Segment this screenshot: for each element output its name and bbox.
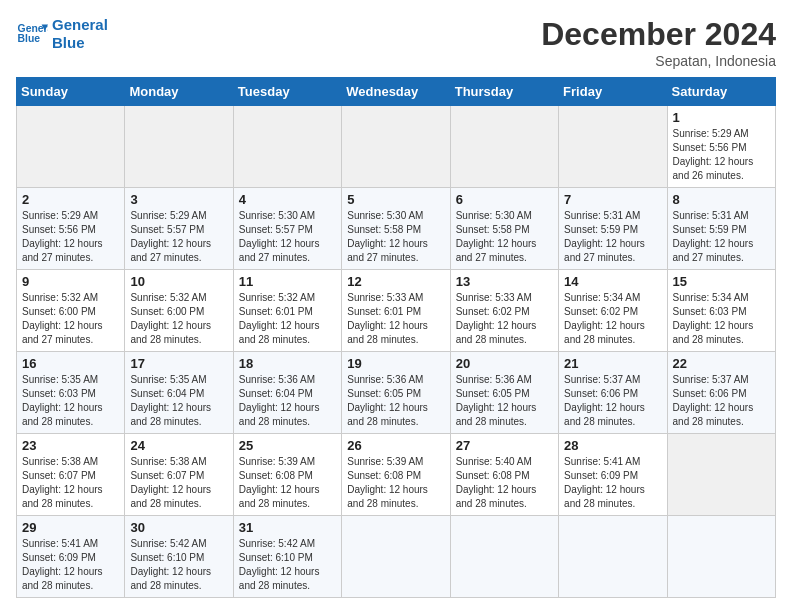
calendar-day-15: 15Sunrise: 5:34 AMSunset: 6:03 PMDayligh… [667, 270, 775, 352]
day-header-tuesday: Tuesday [233, 78, 341, 106]
calendar-day-30: 30Sunrise: 5:42 AMSunset: 6:10 PMDayligh… [125, 516, 233, 598]
calendar-day-19: 19Sunrise: 5:36 AMSunset: 6:05 PMDayligh… [342, 352, 450, 434]
empty-cell [667, 434, 775, 516]
calendar-table: SundayMondayTuesdayWednesdayThursdayFrid… [16, 77, 776, 598]
day-header-friday: Friday [559, 78, 667, 106]
calendar-day-26: 26Sunrise: 5:39 AMSunset: 6:08 PMDayligh… [342, 434, 450, 516]
location-subtitle: Sepatan, Indonesia [541, 53, 776, 69]
calendar-day-13: 13Sunrise: 5:33 AMSunset: 6:02 PMDayligh… [450, 270, 558, 352]
logo-icon: General Blue [16, 18, 48, 50]
calendar-day-9: 9Sunrise: 5:32 AMSunset: 6:00 PMDaylight… [17, 270, 125, 352]
empty-cell [17, 106, 125, 188]
calendar-week-5: 23Sunrise: 5:38 AMSunset: 6:07 PMDayligh… [17, 434, 776, 516]
calendar-day-14: 14Sunrise: 5:34 AMSunset: 6:02 PMDayligh… [559, 270, 667, 352]
calendar-day-27: 27Sunrise: 5:40 AMSunset: 6:08 PMDayligh… [450, 434, 558, 516]
calendar-day-11: 11Sunrise: 5:32 AMSunset: 6:01 PMDayligh… [233, 270, 341, 352]
calendar-week-6: 29Sunrise: 5:41 AMSunset: 6:09 PMDayligh… [17, 516, 776, 598]
calendar-day-18: 18Sunrise: 5:36 AMSunset: 6:04 PMDayligh… [233, 352, 341, 434]
empty-cell [342, 106, 450, 188]
empty-cell [125, 106, 233, 188]
calendar-day-5: 5Sunrise: 5:30 AMSunset: 5:58 PMDaylight… [342, 188, 450, 270]
calendar-day-16: 16Sunrise: 5:35 AMSunset: 6:03 PMDayligh… [17, 352, 125, 434]
calendar-day-8: 8Sunrise: 5:31 AMSunset: 5:59 PMDaylight… [667, 188, 775, 270]
calendar-week-4: 16Sunrise: 5:35 AMSunset: 6:03 PMDayligh… [17, 352, 776, 434]
calendar-day-23: 23Sunrise: 5:38 AMSunset: 6:07 PMDayligh… [17, 434, 125, 516]
day-header-sunday: Sunday [17, 78, 125, 106]
month-title: December 2024 [541, 16, 776, 53]
empty-cell [559, 106, 667, 188]
page-header: General Blue General Blue December 2024 … [16, 16, 776, 69]
calendar-week-3: 9Sunrise: 5:32 AMSunset: 6:00 PMDaylight… [17, 270, 776, 352]
calendar-day-6: 6Sunrise: 5:30 AMSunset: 5:58 PMDaylight… [450, 188, 558, 270]
calendar-day-12: 12Sunrise: 5:33 AMSunset: 6:01 PMDayligh… [342, 270, 450, 352]
day-header-thursday: Thursday [450, 78, 558, 106]
calendar-day-7: 7Sunrise: 5:31 AMSunset: 5:59 PMDaylight… [559, 188, 667, 270]
calendar-day-22: 22Sunrise: 5:37 AMSunset: 6:06 PMDayligh… [667, 352, 775, 434]
calendar-day-28: 28Sunrise: 5:41 AMSunset: 6:09 PMDayligh… [559, 434, 667, 516]
calendar-day-2: 2Sunrise: 5:29 AMSunset: 5:56 PMDaylight… [17, 188, 125, 270]
header-row: SundayMondayTuesdayWednesdayThursdayFrid… [17, 78, 776, 106]
calendar-day-25: 25Sunrise: 5:39 AMSunset: 6:08 PMDayligh… [233, 434, 341, 516]
calendar-day-17: 17Sunrise: 5:35 AMSunset: 6:04 PMDayligh… [125, 352, 233, 434]
empty-cell [233, 106, 341, 188]
empty-cell [342, 516, 450, 598]
calendar-week-2: 2Sunrise: 5:29 AMSunset: 5:56 PMDaylight… [17, 188, 776, 270]
calendar-day-10: 10Sunrise: 5:32 AMSunset: 6:00 PMDayligh… [125, 270, 233, 352]
svg-text:Blue: Blue [18, 33, 41, 44]
calendar-day-4: 4Sunrise: 5:30 AMSunset: 5:57 PMDaylight… [233, 188, 341, 270]
calendar-day-21: 21Sunrise: 5:37 AMSunset: 6:06 PMDayligh… [559, 352, 667, 434]
day-header-saturday: Saturday [667, 78, 775, 106]
day-header-wednesday: Wednesday [342, 78, 450, 106]
title-block: December 2024 Sepatan, Indonesia [541, 16, 776, 69]
calendar-day-1: 1Sunrise: 5:29 AMSunset: 5:56 PMDaylight… [667, 106, 775, 188]
logo-line1: General [52, 16, 108, 34]
empty-cell [559, 516, 667, 598]
calendar-day-20: 20Sunrise: 5:36 AMSunset: 6:05 PMDayligh… [450, 352, 558, 434]
logo: General Blue General Blue [16, 16, 108, 52]
empty-cell [450, 516, 558, 598]
empty-cell [667, 516, 775, 598]
calendar-day-31: 31Sunrise: 5:42 AMSunset: 6:10 PMDayligh… [233, 516, 341, 598]
calendar-day-3: 3Sunrise: 5:29 AMSunset: 5:57 PMDaylight… [125, 188, 233, 270]
calendar-day-24: 24Sunrise: 5:38 AMSunset: 6:07 PMDayligh… [125, 434, 233, 516]
calendar-day-29: 29Sunrise: 5:41 AMSunset: 6:09 PMDayligh… [17, 516, 125, 598]
calendar-week-1: 1Sunrise: 5:29 AMSunset: 5:56 PMDaylight… [17, 106, 776, 188]
logo-line2: Blue [52, 34, 108, 52]
empty-cell [450, 106, 558, 188]
day-header-monday: Monday [125, 78, 233, 106]
